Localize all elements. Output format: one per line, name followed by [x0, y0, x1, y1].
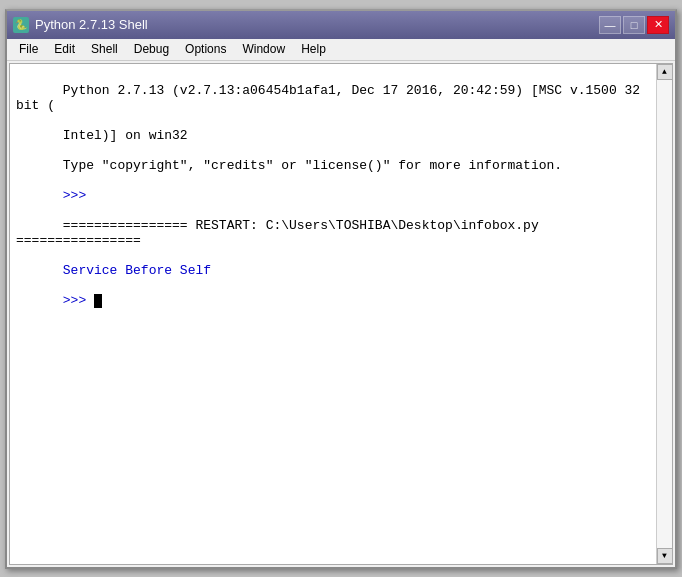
window-title: Python 2.7.13 Shell — [35, 17, 148, 32]
scroll-up-button[interactable]: ▲ — [657, 64, 673, 80]
menu-file[interactable]: File — [11, 40, 46, 58]
cursor — [94, 294, 102, 308]
title-bar: 🐍 Python 2.7.13 Shell — □ ✕ — [7, 11, 675, 39]
app-icon: 🐍 — [13, 17, 29, 33]
output-prompt-1: >>> — [63, 188, 86, 203]
menu-shell[interactable]: Shell — [83, 40, 126, 58]
menu-help[interactable]: Help — [293, 40, 334, 58]
output-restart: ================ RESTART: C:\Users\TOSHI… — [16, 218, 547, 248]
output-line-2: Intel)] on win32 — [63, 128, 188, 143]
menu-edit[interactable]: Edit — [46, 40, 83, 58]
menu-window[interactable]: Window — [234, 40, 293, 58]
output-line-1: Python 2.7.13 (v2.7.13:a06454b1afa1, Dec… — [16, 83, 648, 113]
main-window: 🐍 Python 2.7.13 Shell — □ ✕ File Edit Sh… — [5, 9, 677, 569]
menu-bar: File Edit Shell Debug Options Window Hel… — [7, 39, 675, 61]
scroll-track[interactable] — [657, 80, 673, 548]
output-prompt-2: >>> — [63, 293, 102, 308]
maximize-button[interactable]: □ — [623, 16, 645, 34]
menu-options[interactable]: Options — [177, 40, 234, 58]
scroll-down-button[interactable]: ▼ — [657, 548, 673, 564]
menu-debug[interactable]: Debug — [126, 40, 177, 58]
title-bar-left: 🐍 Python 2.7.13 Shell — [13, 17, 148, 33]
output-result: Service Before Self — [63, 263, 211, 278]
output-line-3: Type "copyright", "credits" or "license(… — [63, 158, 562, 173]
minimize-button[interactable]: — — [599, 16, 621, 34]
terminal-output[interactable]: Python 2.7.13 (v2.7.13:a06454b1afa1, Dec… — [10, 64, 656, 564]
close-button[interactable]: ✕ — [647, 16, 669, 34]
title-buttons: — □ ✕ — [599, 16, 669, 34]
scrollbar[interactable]: ▲ ▼ — [656, 64, 672, 564]
content-area: Python 2.7.13 (v2.7.13:a06454b1afa1, Dec… — [9, 63, 673, 565]
